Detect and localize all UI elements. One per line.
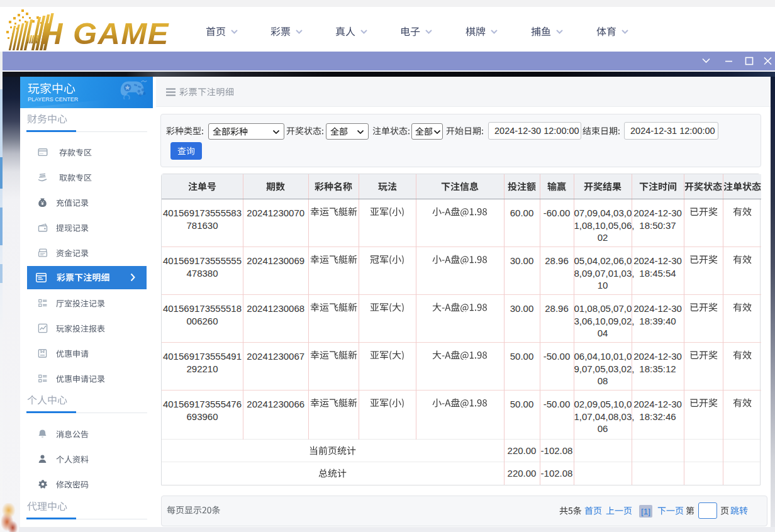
svg-text:H GAME: H GAME — [40, 16, 169, 50]
